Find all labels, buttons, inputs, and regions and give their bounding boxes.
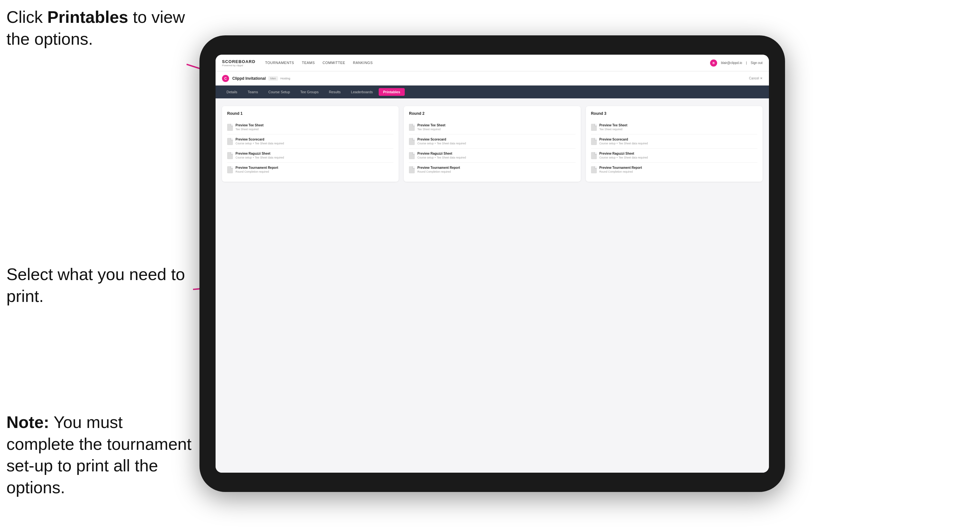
nav-teams[interactable]: TEAMS — [302, 61, 315, 65]
round-2-scorecard[interactable]: Preview Scorecard Course setup + Tee She… — [409, 134, 575, 149]
tab-course-setup[interactable]: Course Setup — [264, 88, 294, 96]
round-2-tee-sheet[interactable]: Preview Tee Sheet Tee Sheet required — [409, 120, 575, 134]
tee-sheet-sub-r2: Tee Sheet required — [417, 128, 445, 131]
tab-teams[interactable]: Teams — [243, 88, 262, 96]
scorecard-title-r1: Preview Scorecard — [235, 138, 284, 141]
tournament-report-sub-r1: Round Completion required — [235, 170, 278, 173]
tab-tee-groups[interactable]: Tee Groups — [296, 88, 323, 96]
raguzzi-sub-r1: Course setup + Tee Sheet data required — [235, 156, 284, 159]
tee-sheet-sub-r1: Tee Sheet required — [235, 128, 264, 131]
annotation-middle: Select what you need to print. — [6, 264, 193, 307]
raguzzi-title-r3: Preview Raguzzi Sheet — [600, 152, 648, 155]
round-1-raguzzi[interactable]: Preview Raguzzi Sheet Course setup + Tee… — [227, 149, 393, 163]
scoreboard-brand: SCOREBOARD Powered by clippd — [222, 59, 255, 67]
tournament-report-icon-r2 — [409, 166, 415, 173]
raguzzi-sub-r3: Course setup + Tee Sheet data required — [600, 156, 648, 159]
nav-tournaments[interactable]: TOURNAMENTS — [265, 61, 294, 65]
rounds-container: Round 1 Preview Tee Sheet Tee Sheet requ… — [222, 106, 762, 182]
scorecard-sub-r1: Course setup + Tee Sheet data required — [235, 142, 284, 145]
raguzzi-icon-r3 — [591, 152, 597, 159]
tournament-header: C Clippd Invitational Men Hosting Cancel… — [216, 71, 769, 86]
round-3-title: Round 3 — [591, 111, 757, 116]
round-2-tournament-report[interactable]: Preview Tournament Report Round Completi… — [409, 163, 575, 176]
round-1-tournament-report[interactable]: Preview Tournament Report Round Completi… — [227, 163, 393, 176]
round-1-scorecard[interactable]: Preview Scorecard Course setup + Tee She… — [227, 134, 393, 149]
separator: | — [746, 61, 747, 65]
tablet-screen: SCOREBOARD Powered by clippd TOURNAMENTS… — [216, 55, 769, 473]
tournament-report-sub-r2: Round Completion required — [417, 170, 460, 173]
tee-sheet-icon-r3 — [591, 124, 597, 131]
round-3-column: Round 3 Preview Tee Sheet Tee Sheet requ… — [586, 106, 762, 182]
annotation-bottom: Note: You must complete the tournament s… — [6, 411, 193, 498]
tab-leaderboards[interactable]: Leaderboards — [347, 88, 377, 96]
round-3-raguzzi[interactable]: Preview Raguzzi Sheet Course setup + Tee… — [591, 149, 757, 163]
raguzzi-title-r1: Preview Raguzzi Sheet — [235, 152, 284, 155]
tournament-badge: Men — [268, 76, 278, 81]
raguzzi-title-r2: Preview Raguzzi Sheet — [417, 152, 466, 155]
top-nav: SCOREBOARD Powered by clippd TOURNAMENTS… — [216, 55, 769, 71]
sub-nav: Details Teams Course Setup Tee Groups Re… — [216, 86, 769, 98]
round-2-column: Round 2 Preview Tee Sheet Tee Sheet requ… — [404, 106, 581, 182]
user-avatar: B — [710, 59, 717, 67]
scorecard-title-r2: Preview Scorecard — [417, 138, 466, 141]
tee-sheet-title-r1: Preview Tee Sheet — [235, 124, 264, 127]
round-1-column: Round 1 Preview Tee Sheet Tee Sheet requ… — [222, 106, 399, 182]
tee-sheet-icon-r2 — [409, 124, 415, 131]
tab-details[interactable]: Details — [222, 88, 242, 96]
tab-results[interactable]: Results — [324, 88, 345, 96]
tee-sheet-icon-r1 — [227, 124, 233, 131]
tournament-report-icon-r3 — [591, 166, 597, 173]
tournament-status: Hosting — [280, 77, 291, 80]
round-1-tee-sheet[interactable]: Preview Tee Sheet Tee Sheet required — [227, 120, 393, 134]
top-nav-links: TOURNAMENTS TEAMS COMMITTEE RANKINGS — [265, 61, 710, 65]
round-3-tournament-report[interactable]: Preview Tournament Report Round Completi… — [591, 163, 757, 176]
nav-committee[interactable]: COMMITTEE — [323, 61, 345, 65]
round-1-title: Round 1 — [227, 111, 393, 116]
scorecard-sub-r2: Course setup + Tee Sheet data required — [417, 142, 466, 145]
round-3-tee-sheet[interactable]: Preview Tee Sheet Tee Sheet required — [591, 120, 757, 134]
raguzzi-sub-r2: Course setup + Tee Sheet data required — [417, 156, 466, 159]
top-nav-right: B blair@clippd.io | Sign out — [710, 59, 762, 67]
scorecard-icon-r3 — [591, 138, 597, 145]
annotation-top: Click Printables to view the options. — [6, 6, 193, 50]
round-3-scorecard[interactable]: Preview Scorecard Course setup + Tee She… — [591, 134, 757, 149]
tournament-report-title-r3: Preview Tournament Report — [600, 166, 642, 170]
tee-sheet-title-r3: Preview Tee Sheet — [600, 124, 627, 127]
tee-sheet-sub-r3: Tee Sheet required — [600, 128, 627, 131]
scorecard-icon-r2 — [409, 138, 415, 145]
brand-sub: Powered by clippd — [222, 64, 255, 67]
tee-sheet-title-r2: Preview Tee Sheet — [417, 124, 445, 127]
cancel-button[interactable]: Cancel ✕ — [749, 76, 762, 80]
raguzzi-icon-r1 — [227, 152, 233, 159]
scorecard-icon-r1 — [227, 138, 233, 145]
tournament-name: Clippd Invitational — [232, 76, 266, 81]
nav-rankings[interactable]: RANKINGS — [353, 61, 372, 65]
round-2-title: Round 2 — [409, 111, 575, 116]
tournament-report-sub-r3: Round Completion required — [600, 170, 642, 173]
sign-out-link[interactable]: Sign out — [751, 61, 762, 65]
tournament-report-icon-r1 — [227, 166, 233, 173]
scorecard-sub-r3: Course setup + Tee Sheet data required — [600, 142, 648, 145]
scorecard-title-r3: Preview Scorecard — [600, 138, 648, 141]
user-email: blair@clippd.io — [721, 61, 742, 65]
main-content: Round 1 Preview Tee Sheet Tee Sheet requ… — [216, 98, 769, 473]
raguzzi-icon-r2 — [409, 152, 415, 159]
tournament-report-title-r2: Preview Tournament Report — [417, 166, 460, 170]
tournament-report-title-r1: Preview Tournament Report — [235, 166, 278, 170]
brand-title: SCOREBOARD — [222, 59, 255, 64]
round-2-raguzzi[interactable]: Preview Raguzzi Sheet Course setup + Tee… — [409, 149, 575, 163]
tablet-frame: SCOREBOARD Powered by clippd TOURNAMENTS… — [199, 35, 785, 492]
tab-printables[interactable]: Printables — [379, 88, 405, 96]
tournament-logo: C — [222, 75, 229, 82]
